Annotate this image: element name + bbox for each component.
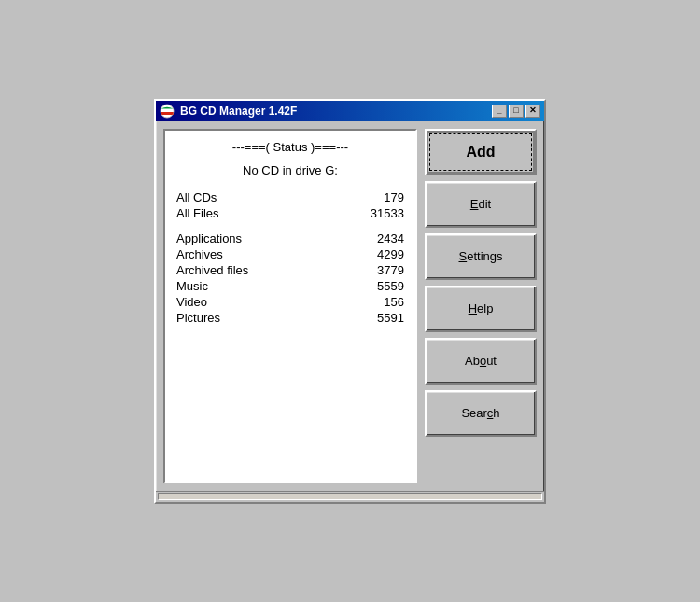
all-files-row: All Files 31533	[176, 206, 404, 220]
add-button[interactable]: Add	[425, 129, 537, 175]
search-button[interactable]: Search	[425, 390, 537, 437]
archives-label: Archives	[176, 247, 223, 261]
window-title: BG CD Manager 1.42F	[180, 105, 492, 118]
all-files-value: 31533	[357, 206, 404, 220]
pictures-row: Pictures 5591	[176, 311, 404, 325]
applications-value: 2434	[357, 231, 404, 245]
edit-button[interactable]: Edit	[425, 181, 537, 228]
window-body: ---===( Status )===--- No CD in drive G:…	[156, 121, 544, 491]
archived-files-value: 3779	[357, 263, 404, 277]
close-button[interactable]: ✕	[525, 105, 540, 118]
window-controls: _ □ ✕	[492, 105, 540, 118]
main-window: BG CD Manager 1.42F _ □ ✕ ---===( Status…	[154, 99, 546, 504]
svg-rect-1	[161, 109, 174, 112]
help-button[interactable]: Help	[425, 286, 537, 332]
video-row: Video 156	[176, 295, 404, 309]
pictures-label: Pictures	[176, 311, 220, 325]
applications-row: Applications 2434	[176, 231, 404, 245]
pictures-value: 5591	[357, 311, 404, 325]
music-value: 5559	[357, 279, 404, 293]
all-cds-value: 179	[357, 190, 404, 204]
search-label: Search	[461, 406, 499, 420]
button-panel: Add Edit Settings Help About Search	[425, 129, 537, 483]
all-cds-label: All CDs	[176, 190, 217, 204]
about-label: About	[465, 354, 497, 368]
all-files-label: All Files	[176, 206, 219, 220]
about-button[interactable]: About	[425, 338, 537, 385]
title-bar: BG CD Manager 1.42F _ □ ✕	[156, 101, 544, 121]
music-row: Music 5559	[176, 279, 404, 293]
video-label: Video	[176, 295, 207, 309]
applications-label: Applications	[176, 231, 242, 245]
scrollbar-track[interactable]	[158, 493, 542, 500]
archives-row: Archives 4299	[176, 247, 404, 261]
all-cds-row: All CDs 179	[176, 190, 404, 204]
svg-rect-2	[161, 112, 174, 115]
status-title: ---===( Status )===---	[176, 140, 404, 154]
edit-label: Edit	[470, 197, 491, 211]
app-icon	[160, 104, 175, 119]
video-value: 156	[357, 295, 404, 309]
maximize-button[interactable]: □	[509, 105, 524, 118]
status-panel: ---===( Status )===--- No CD in drive G:…	[163, 129, 417, 483]
settings-button[interactable]: Settings	[425, 233, 537, 280]
minimize-button[interactable]: _	[492, 105, 507, 118]
archives-value: 4299	[357, 247, 404, 261]
help-label: Help	[469, 301, 494, 315]
music-label: Music	[176, 279, 208, 293]
settings-label: Settings	[459, 249, 503, 263]
scrollbar-area	[156, 491, 544, 502]
archived-files-label: Archived files	[176, 263, 248, 277]
drive-status: No CD in drive G:	[176, 163, 404, 177]
archived-files-row: Archived files 3779	[176, 263, 404, 277]
